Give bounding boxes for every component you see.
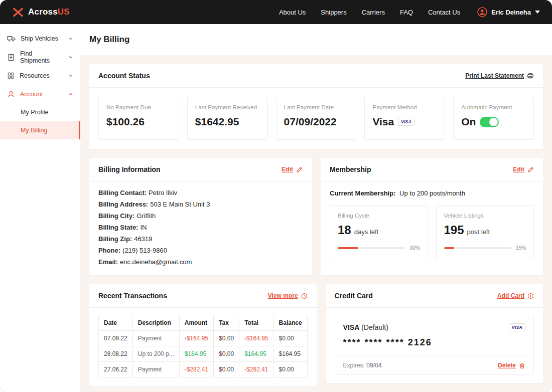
automatic-payment-toggle[interactable] bbox=[480, 117, 499, 127]
credit-card-card: Credit Card Add Card bbox=[326, 284, 543, 383]
membership-title: Membership bbox=[330, 165, 371, 173]
col-header-tax: Tax bbox=[214, 315, 239, 331]
cell-tax: $0.00 bbox=[214, 331, 239, 346]
stat-last-payment-received: Last Payment Received $1642.95 bbox=[187, 97, 268, 140]
stat-value: 07/09/2022 bbox=[284, 116, 349, 128]
cell-amount: -$282.41 bbox=[179, 362, 213, 377]
stat-value: On bbox=[461, 116, 476, 128]
top-navbar: AcrossUS About Us Shippers Carriers FAQ … bbox=[0, 0, 552, 24]
content-area: Account Status Print Last Statement bbox=[80, 55, 552, 392]
cell-amount: $164.95 bbox=[179, 346, 213, 362]
billing-information-title: Billing Information bbox=[98, 165, 161, 173]
pencil-icon bbox=[527, 166, 534, 173]
col-header-balance: Balance bbox=[273, 315, 307, 331]
stat-value: $1642.95 bbox=[195, 116, 260, 128]
sidebar-item-find-shipments[interactable]: Find Shipments bbox=[0, 48, 80, 66]
cell-date: 28.08.22 bbox=[99, 346, 133, 362]
current-membership: Current Membership: Up to 200 posts/mont… bbox=[330, 189, 534, 197]
visa-badge: VISA bbox=[509, 323, 525, 331]
sidebar-item-label: Find Shipments bbox=[20, 50, 63, 64]
main-content: My Billing Account Status Print Last Sta… bbox=[80, 24, 552, 392]
grid-icon bbox=[7, 72, 15, 79]
field-email: Email:eric.deineha@gmail.com bbox=[98, 259, 303, 265]
meter-label: Vehicle Listings bbox=[444, 213, 526, 219]
account-status-stats: No Payment Due $100.26 Last Payment Rece… bbox=[89, 88, 543, 149]
billing-information-card: Billing Information Edit bbox=[89, 158, 312, 275]
sidebar-item-ship-vehicles[interactable]: Ship Vehicles bbox=[0, 29, 80, 48]
recent-transactions-title: Recent Transactions bbox=[98, 292, 167, 300]
sidebar-item-resources[interactable]: Resources bbox=[0, 66, 80, 85]
sidebar-item-account[interactable]: Account bbox=[0, 85, 80, 103]
stat-no-payment-due: No Payment Due $100.26 bbox=[98, 97, 179, 140]
sidebar-item-my-billing[interactable]: My Billing bbox=[0, 121, 80, 139]
sub-item-label: My Profile bbox=[21, 109, 49, 116]
clock-icon bbox=[301, 293, 308, 299]
meter-label: Billing Cycle bbox=[338, 213, 420, 219]
pencil-icon bbox=[296, 166, 303, 173]
cell-tax: $0.00 bbox=[214, 362, 239, 377]
progress-percent: 30% bbox=[409, 245, 420, 251]
card-name: VISA (Default) bbox=[343, 323, 388, 331]
progress-bar bbox=[338, 247, 405, 249]
table-header-row: Date Description Amount Tax Total Balanc… bbox=[99, 315, 308, 331]
meter-unit: days left bbox=[354, 228, 378, 236]
stat-label: No Payment Due bbox=[106, 104, 171, 110]
print-last-statement-link[interactable]: Print Last Statement bbox=[465, 72, 534, 79]
user-name: Eric Deineha bbox=[491, 9, 531, 16]
table-row: 07.09.22 Payment -$164.95 $0.00 -$164.95… bbox=[99, 331, 308, 346]
page-header: My Billing bbox=[80, 24, 552, 55]
edit-billing-info-link[interactable]: Edit bbox=[282, 166, 303, 173]
credit-card-item: VISA (Default) VISA **** **** **** 2126 … bbox=[335, 316, 534, 375]
chevron-down-icon bbox=[68, 73, 73, 78]
app-window: AcrossUS About Us Shippers Carriers FAQ … bbox=[0, 0, 552, 392]
field-billing-address: Billing Address:503 E Main St Unit 3 bbox=[98, 201, 303, 208]
edit-membership-link[interactable]: Edit bbox=[513, 166, 534, 173]
field-billing-city: Billing City:Griffith bbox=[98, 213, 303, 219]
cell-tax: $0.00 bbox=[214, 346, 239, 362]
user-menu[interactable]: Eric Deineha bbox=[477, 7, 540, 17]
cell-date: 07.09.22 bbox=[99, 331, 133, 346]
meter-number: 18 bbox=[338, 223, 351, 237]
plus-circle-icon bbox=[527, 293, 534, 299]
nav-link-faq[interactable]: FAQ bbox=[400, 9, 413, 16]
delete-card-link[interactable]: Delete bbox=[498, 362, 525, 369]
clipboard-icon bbox=[7, 53, 15, 61]
cell-balance: $0.00 bbox=[273, 331, 307, 346]
main-nav: About Us Shippers Carriers FAQ Contact U… bbox=[279, 9, 460, 16]
chevron-down-icon bbox=[535, 11, 540, 14]
cell-description: Payment bbox=[132, 331, 179, 346]
cell-description: Payment bbox=[132, 362, 179, 377]
nav-link-contact-us[interactable]: Contact Us bbox=[428, 9, 460, 16]
progress-bar bbox=[444, 247, 512, 249]
membership-card: Membership Edit bbox=[321, 158, 543, 275]
sidebar-item-my-profile[interactable]: My Profile bbox=[0, 103, 80, 121]
col-header-total: Total bbox=[239, 315, 273, 331]
progress-percent: 15% bbox=[516, 245, 526, 251]
meter-number: 195 bbox=[444, 223, 464, 237]
stat-value: Visa bbox=[372, 116, 394, 128]
add-card-link[interactable]: Add Card bbox=[497, 292, 534, 299]
brand-x-icon bbox=[12, 8, 24, 17]
credit-card-title: Credit Card bbox=[335, 292, 373, 300]
stat-value: $100.26 bbox=[106, 116, 171, 128]
nav-link-shippers[interactable]: Shippers bbox=[321, 9, 346, 16]
cell-total: $164.95 bbox=[239, 346, 273, 362]
stat-label: Payment Method bbox=[372, 104, 437, 110]
brand-logo[interactable]: AcrossUS bbox=[12, 7, 70, 17]
chevron-up-icon bbox=[68, 92, 73, 97]
table-row: 28.08.22 Up to 200 p... $164.95 $0.00 $1… bbox=[99, 346, 308, 362]
account-status-card: Account Status Print Last Statement bbox=[89, 64, 543, 149]
cell-description: Up to 200 p... bbox=[132, 346, 179, 362]
credit-card-body: VISA (Default) VISA **** **** **** 2126 … bbox=[326, 308, 543, 383]
nav-link-carriers[interactable]: Carriers bbox=[362, 9, 385, 16]
cell-total: -$164.95 bbox=[239, 331, 273, 346]
nav-link-about-us[interactable]: About Us bbox=[279, 9, 306, 16]
stat-payment-method: Payment Method Visa VISA bbox=[364, 97, 445, 140]
view-more-link[interactable]: View more bbox=[268, 292, 308, 299]
user-avatar-icon bbox=[477, 7, 487, 17]
sidebar-item-label: Ship Vehicles bbox=[21, 35, 58, 42]
field-billing-contact: Billing Contact:Petro Ilkiv bbox=[98, 189, 303, 196]
stat-automatic-payment: Automatic Payment On bbox=[453, 97, 534, 140]
field-billing-zip: Billing Zip:46319 bbox=[98, 236, 303, 242]
vehicle-listings-meter: Vehicle Listings 195 post left 15% bbox=[436, 205, 534, 259]
